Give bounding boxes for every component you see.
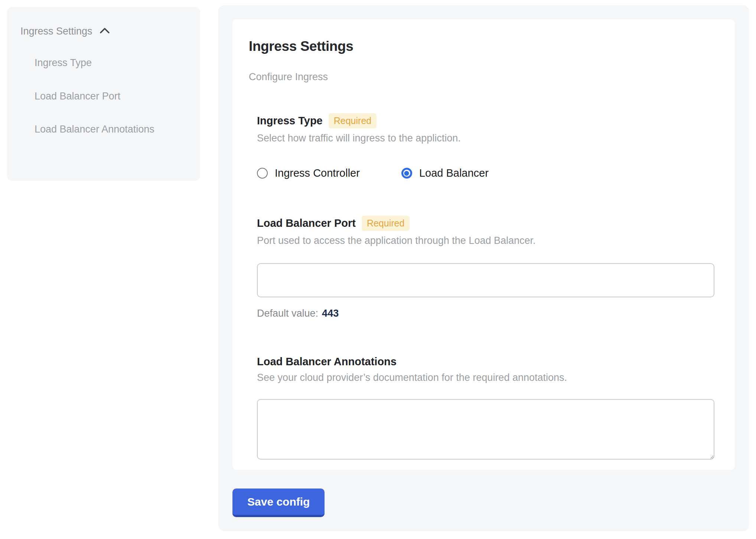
- ingress-settings-panel: Ingress Settings Configure Ingress Ingre…: [218, 5, 749, 531]
- section-description: Select how traffic will ingress to the a…: [257, 133, 713, 144]
- load-balancer-annotations-textarea[interactable]: [257, 399, 714, 460]
- section-load-balancer-port: Load Balancer Port Required Port used to…: [257, 216, 713, 319]
- default-value: 443: [322, 308, 339, 319]
- section-description: Port used to access the application thro…: [257, 235, 713, 246]
- section-title: Ingress Type: [257, 115, 323, 127]
- radio-unchecked-icon[interactable]: [257, 168, 268, 179]
- settings-sidebar: Ingress Settings Ingress Type Load Balan…: [7, 7, 200, 181]
- sidebar-group-label: Ingress Settings: [20, 26, 92, 37]
- save-config-button[interactable]: Save config: [232, 489, 325, 517]
- chevron-up-icon: [98, 26, 111, 38]
- radio-label: Load Balancer: [419, 167, 489, 179]
- default-value-row: Default value:443: [257, 308, 713, 319]
- section-ingress-type: Ingress Type Required Select how traffic…: [257, 113, 713, 179]
- sidebar-item-load-balancer-port[interactable]: Load Balancer Port: [35, 88, 157, 105]
- load-balancer-port-input[interactable]: [257, 263, 714, 297]
- page-title: Ingress Settings: [249, 39, 713, 54]
- ingress-type-options: Ingress Controller Load Balancer: [257, 167, 713, 179]
- required-badge: Required: [362, 216, 410, 231]
- sidebar-group-ingress-settings[interactable]: Ingress Settings: [20, 25, 187, 38]
- radio-ingress-controller[interactable]: Ingress Controller: [257, 167, 360, 179]
- sidebar-item-ingress-type[interactable]: Ingress Type: [35, 55, 157, 71]
- section-title: Load Balancer Port: [257, 217, 356, 229]
- radio-checked-icon[interactable]: [401, 168, 412, 179]
- ingress-settings-card: Ingress Settings Configure Ingress Ingre…: [232, 19, 735, 470]
- section-load-balancer-annotations: Load Balancer Annotations See your cloud…: [257, 356, 713, 460]
- default-value-label: Default value:: [257, 308, 318, 319]
- section-title: Load Balancer Annotations: [257, 356, 397, 368]
- required-badge: Required: [329, 113, 377, 128]
- page-subtitle: Configure Ingress: [249, 71, 713, 83]
- radio-load-balancer[interactable]: Load Balancer: [401, 167, 489, 179]
- section-description: See your cloud provider’s documentation …: [257, 372, 713, 383]
- sidebar-item-list: Ingress Type Load Balancer Port Load Bal…: [35, 55, 157, 138]
- sidebar-item-load-balancer-annotations[interactable]: Load Balancer Annotations: [35, 121, 157, 138]
- radio-label: Ingress Controller: [275, 167, 360, 179]
